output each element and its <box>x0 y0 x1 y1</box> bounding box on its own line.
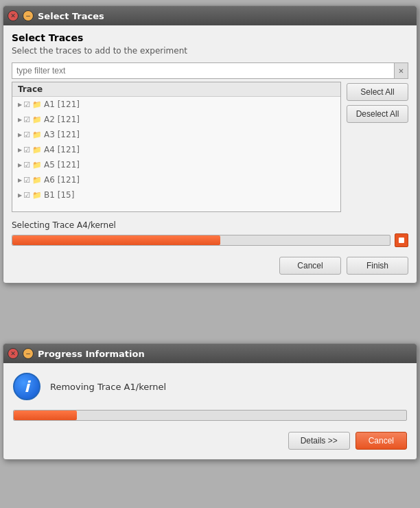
info-icon: i <box>13 373 40 400</box>
dialog2-footer: Details >> Cancel <box>13 432 407 450</box>
list-item[interactable]: ▶ ☑ 📁 A5 [121] <box>12 157 340 172</box>
expand-icon: ▶ <box>18 192 22 198</box>
folder-icon: 📁 <box>32 130 42 139</box>
check-icon: ☑ <box>23 115 30 124</box>
progress-bar2-fill <box>14 411 77 420</box>
dialog1-heading: Select Traces <box>12 32 408 43</box>
progress-bar-outer <box>12 235 390 246</box>
filter-input[interactable] <box>12 62 395 79</box>
deselect-all-button[interactable]: Deselect All <box>347 105 408 123</box>
progress-bar-fill <box>12 235 220 245</box>
check-icon: ☑ <box>23 161 30 170</box>
trace-label: A5 [121] <box>44 160 80 170</box>
trace-label: A3 [121] <box>44 130 80 139</box>
expand-icon: ▶ <box>18 132 22 138</box>
check-icon: ☑ <box>23 130 30 139</box>
folder-icon: 📁 <box>32 146 42 154</box>
check-icon: ☑ <box>23 176 30 185</box>
cancel-button2[interactable]: Cancel <box>355 432 407 450</box>
dialog1-title: Select Traces <box>38 11 412 21</box>
trace-list-header: Trace <box>12 82 340 97</box>
expand-icon: ▶ <box>18 162 22 168</box>
progress-bar2-outer <box>13 410 407 421</box>
list-item[interactable]: ▶ ☑ 📁 A3 [121] <box>12 127 340 142</box>
progress-label: Selecting Trace A4/kernel <box>12 220 408 230</box>
check-icon: ☑ <box>23 146 30 154</box>
list-item[interactable]: ▶ ☑ 📁 A2 [121] <box>12 112 340 127</box>
main-content: Trace ▶ ☑ 📁 A1 [121] ▶ ☑ 📁 A2 [121] ▶ ☑ … <box>12 82 408 212</box>
folder-icon: 📁 <box>32 100 42 109</box>
stop-icon <box>399 238 404 243</box>
dialog1-subtitle: Select the traces to add to the experime… <box>12 46 408 56</box>
dialog1-body: Select Traces Select the traces to add t… <box>3 25 417 283</box>
close-button2[interactable]: ✕ <box>8 348 19 359</box>
trace-label: B1 [15] <box>44 190 74 200</box>
info-row: i Removing Trace A1/kernel <box>13 373 407 400</box>
dialog2-titlebar: ✕ − Progress Information <box>3 344 417 363</box>
list-item[interactable]: ▶ ☑ 📁 A4 [121] <box>12 142 340 157</box>
check-icon: ☑ <box>23 100 30 109</box>
expand-icon: ▶ <box>18 102 22 108</box>
trace-label: A6 [121] <box>44 175 80 185</box>
folder-icon: 📁 <box>32 176 42 185</box>
dialog1-titlebar: ✕ − Select Traces <box>3 6 417 25</box>
dialog2-body: i Removing Trace A1/kernel Details >> Ca… <box>3 363 417 459</box>
progress-bar-row <box>12 233 408 247</box>
expand-icon: ▶ <box>18 117 22 123</box>
filter-row: ✕ <box>12 62 408 79</box>
trace-label: A4 [121] <box>44 145 80 154</box>
progress-dialog: ✕ − Progress Information i Removing Trac… <box>3 343 417 460</box>
progress-message: Removing Trace A1/kernel <box>50 382 166 392</box>
progress-section: Selecting Trace A4/kernel <box>12 220 408 247</box>
dialog2-title: Progress Information <box>38 349 412 359</box>
close-button[interactable]: ✕ <box>8 10 19 21</box>
info-letter: i <box>24 378 30 395</box>
list-item[interactable]: ▶ ☑ 📁 A6 [121] <box>12 172 340 187</box>
stop-button[interactable] <box>395 233 408 247</box>
expand-icon: ▶ <box>18 147 22 153</box>
expand-icon: ▶ <box>18 177 22 183</box>
check-icon: ☑ <box>23 191 30 200</box>
cancel-button[interactable]: Cancel <box>279 257 341 275</box>
folder-icon: 📁 <box>32 115 42 124</box>
details-button[interactable]: Details >> <box>288 432 350 450</box>
trace-label: A2 [121] <box>44 115 80 124</box>
folder-icon: 📁 <box>32 191 42 200</box>
list-item[interactable]: ▶ ☑ 📁 B1 [15] <box>12 187 340 203</box>
folder-icon: 📁 <box>32 161 42 170</box>
select-traces-dialog: ✕ − Select Traces Select Traces Select t… <box>3 5 417 284</box>
dialog1-footer: Cancel Finish <box>12 257 408 275</box>
trace-list: Trace ▶ ☑ 📁 A1 [121] ▶ ☑ 📁 A2 [121] ▶ ☑ … <box>12 82 341 212</box>
filter-clear-button[interactable]: ✕ <box>395 62 408 79</box>
minimize-button[interactable]: − <box>23 10 34 21</box>
side-buttons: Select All Deselect All <box>347 82 408 212</box>
list-item[interactable]: ▶ ☑ 📁 A1 [121] <box>12 97 340 112</box>
minimize-button2[interactable]: − <box>23 348 34 359</box>
select-all-button[interactable]: Select All <box>347 83 408 101</box>
finish-button[interactable]: Finish <box>347 257 408 275</box>
trace-label: A1 [121] <box>44 100 80 109</box>
